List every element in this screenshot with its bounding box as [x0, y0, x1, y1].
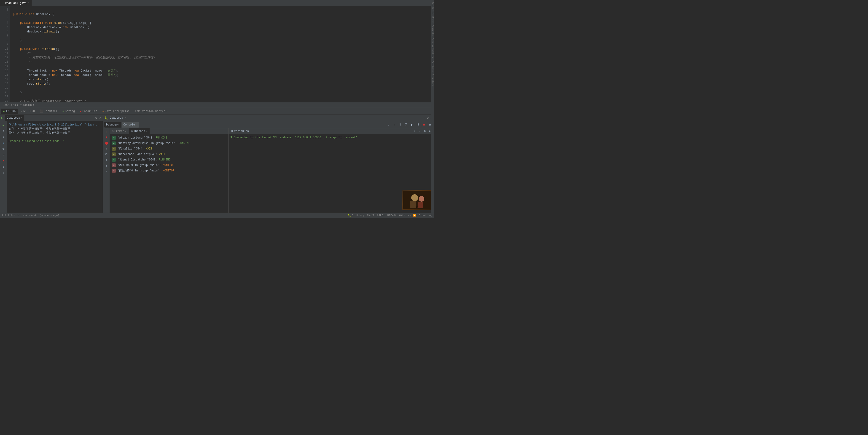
svg-rect-3 [410, 201, 416, 208]
nav-tab-version-control[interactable]: ↕ 9: Version Control [132, 108, 169, 114]
editor-tab-deadlock[interactable]: ● DeadLock.java × [0, 0, 32, 6]
decoration-svg: 中 [403, 191, 431, 209]
status-bar: All files are up-to-date (moments ago) 🐛… [0, 212, 434, 218]
status-line-ending[interactable]: CRLF+ [377, 214, 385, 217]
debug-toolbar: Debugger Console ↗ ⟶ ↓ ↑ ⤵ ∑ ▶ ⏸ ⏹ ⚙ [103, 122, 434, 128]
thread-item[interactable]: ≡ "Attach Listener"@542: RUNNING [110, 135, 228, 141]
todo-icon: ☑ [21, 109, 22, 113]
debug-tab-close[interactable]: × [125, 117, 126, 119]
nav-tab-run[interactable]: ▶ 4: Run [1, 108, 18, 114]
connected-dot [230, 136, 232, 138]
run-panel-settings[interactable]: ⚙ [95, 116, 97, 120]
gutter-tab-maven[interactable]: Maven Projects [431, 15, 434, 37]
status-encoding[interactable]: UTF-8+ [388, 214, 397, 217]
debug-btn-run-to-cursor[interactable]: ⤵ [398, 122, 403, 128]
variables-header: ⊞ Variables + - ⧉ ⚙ [229, 128, 434, 134]
run-btn-up[interactable]: ↑ [1, 129, 6, 134]
debug-btn-pause[interactable]: ⏸ [415, 122, 421, 128]
nav-tab-java-enterprise[interactable]: ☕ Java Enterprise [100, 108, 132, 114]
var-btn-collapse[interactable]: - [417, 129, 422, 133]
status-update-msg: All files are up-to-date (moments ago) [2, 214, 59, 217]
thread-icon-3: ≡ [112, 153, 116, 156]
run-panel-icon: ▶ [1, 116, 3, 120]
debug-btn-step-into[interactable]: ↓ [385, 122, 391, 128]
side-btn-stop[interactable]: ■ [104, 135, 109, 140]
run-btn-stop[interactable]: ■ [1, 158, 6, 163]
threads-tab[interactable]: ⊟ Threads ↗ [129, 128, 150, 134]
run-tab-close[interactable]: × [21, 117, 22, 119]
version-control-icon: ↕ [134, 110, 136, 113]
status-git[interactable]: Git: dev 🔽 [399, 214, 416, 217]
run-btn-scroll[interactable]: ↕ [1, 170, 6, 175]
side-btn-gear2[interactable]: ⚙ [104, 163, 109, 168]
console-line-done: Process finished with exit code -1 [8, 139, 101, 143]
thread-icon-6: ≡ [112, 169, 116, 173]
side-btn-filter[interactable]: ≡ [104, 158, 109, 163]
gutter-tab-ant-build[interactable]: Ant Build [431, 1, 434, 15]
thread-status-0: RUNNING [156, 136, 167, 140]
debug-btn-step-over[interactable]: ⟶ [380, 122, 385, 128]
status-event-log[interactable]: Event Log [419, 214, 432, 217]
side-btn-arrow[interactable]: ↑ [104, 146, 109, 151]
debug-settings[interactable]: ⚙ [427, 116, 429, 120]
debug-panel: 🐛 DeadLock × ⚙ ⤢ Debugger Console ↗ ⟶ ↓ … [103, 114, 434, 212]
var-btn-copy[interactable]: ⧉ [423, 129, 427, 133]
nav-tab-terminal[interactable]: ⬛ Terminal [37, 108, 60, 114]
gutter-tab-database[interactable]: Database [431, 60, 434, 73]
side-btn-pause[interactable]: ⏸ [104, 129, 109, 134]
debug-btn-resume[interactable]: ▶ [409, 122, 415, 128]
run-icon: ▶ [3, 109, 5, 113]
debug-tab-bar: 🐛 DeadLock × ⚙ ⤢ [103, 114, 434, 122]
thread-name-2: "Finalizer"@544: [118, 147, 144, 151]
debug-btn-step-out[interactable]: ↑ [392, 122, 397, 128]
side-btn-stop2[interactable]: ⬤ [104, 141, 109, 145]
thread-name-0: "Attach Listener"@542: [118, 136, 154, 140]
breadcrumb-item-1[interactable]: DeadLock [3, 104, 16, 107]
run-btn-down[interactable]: ↓ [1, 135, 6, 140]
thread-item[interactable]: ≡ "露丝"@540 in group "main": MONITOR [110, 168, 228, 173]
run-btn-gear[interactable]: ⚙ [1, 164, 6, 169]
variables-body: Connected to the target VM, address: '12… [229, 134, 434, 212]
run-btn-filter[interactable]: ≡ [1, 141, 6, 145]
code-editor[interactable]: public class DeadLock { public static vo… [10, 6, 432, 102]
thread-item[interactable]: ≡ "Finalizer"@544: WAIT [110, 146, 228, 152]
thread-icon-1: ≡ [112, 141, 116, 145]
thread-status-5: MONITOR [163, 163, 174, 167]
nav-tab-spring[interactable]: ✿ Spring [60, 108, 77, 114]
editor-area: 12345 678910 1112131415 1617181920 21222… [0, 6, 434, 102]
side-btn-scroll2[interactable]: ↕ [104, 169, 109, 174]
console-tab[interactable]: Console ↗ [122, 122, 139, 128]
thread-status-6: MONITOR [163, 169, 174, 173]
status-debug[interactable]: 🐛 5: Debug [348, 214, 364, 217]
thread-item[interactable]: ≡ "DestroyJavaVM"@541 in group "main": R… [110, 141, 228, 146]
debug-side-toolbar: ⏸ ■ ⬤ ↑ ⧉ ≡ ⚙ ↕ [103, 128, 110, 212]
thread-name-5: "杰克"@539 in group "main": [118, 163, 161, 167]
gutter-tab-structure[interactable]: Structure [431, 73, 434, 87]
run-btn-play[interactable]: ▶ [1, 123, 6, 128]
thread-item[interactable]: ≡ "Reference Handler"@545: WAIT [110, 152, 228, 157]
nav-tab-todo[interactable]: ☑ 6: TODO [18, 108, 37, 114]
gutter-tab-bean[interactable]: Bean Validation [431, 37, 434, 60]
editor-tab-close[interactable]: × [28, 2, 29, 4]
thread-icon-4: ≡ [112, 158, 116, 162]
run-btn-copy[interactable]: ⧉ [1, 146, 6, 152]
thread-item[interactable]: ≡ "杰克"@539 in group "main": MONITOR [110, 163, 228, 168]
debug-btn-stop[interactable]: ⏹ [421, 122, 427, 128]
run-panel-external[interactable]: ⤢ [99, 116, 101, 120]
editor-tab-bar: ● DeadLock.java × [0, 0, 434, 6]
side-btn-copy2[interactable]: ⧉ [104, 152, 109, 157]
run-panel-inner: ▶ ↑ ↓ ≡ ⧉ ⏎ ■ ⚙ ↕ "C:\Program Files\Java… [0, 122, 103, 212]
thread-status-2: WAIT [146, 147, 152, 151]
run-btn-wrap[interactable]: ⏎ [1, 153, 6, 158]
svg-text:中: 中 [416, 206, 418, 208]
debug-btn-evaluate[interactable]: ∑ [403, 122, 409, 128]
var-btn-expand[interactable]: + [413, 129, 417, 133]
run-tab-deadlock[interactable]: DeadLock × [5, 115, 24, 121]
breadcrumb-item-2[interactable]: titanic() [20, 104, 34, 107]
terminal-icon: ⬛ [40, 109, 43, 113]
nav-tab-sonarlint[interactable]: ● SonarLint [78, 108, 99, 114]
threads-icon: ⊟ [131, 130, 133, 133]
thread-item[interactable]: ≡ "Signal Dispatcher"@543: RUNNING [110, 157, 228, 163]
debugger-tab[interactable]: Debugger [104, 122, 121, 128]
frames-tab[interactable]: ⊞ Frames ↗ [110, 128, 129, 134]
